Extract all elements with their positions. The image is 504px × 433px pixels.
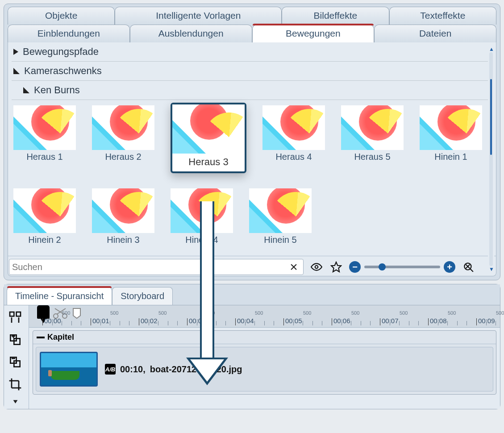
tool-cut-icon[interactable] xyxy=(6,308,25,327)
ruler-label: 00:00 xyxy=(44,317,61,325)
clip-duration: 00:10, xyxy=(120,364,146,375)
svg-marker-1 xyxy=(331,262,341,272)
eye-icon[interactable] xyxy=(310,260,323,274)
ruler-label: 00:02 xyxy=(141,317,158,325)
collapse-icon[interactable] xyxy=(37,337,45,338)
tab-storyboard[interactable]: Storyboard xyxy=(112,287,173,305)
section-label: Ken Burns xyxy=(34,84,80,96)
tab-timeline[interactable]: Timeline - Spuransicht xyxy=(7,287,112,305)
search-toolbar: × − + xyxy=(8,256,496,276)
ruler-sublabel: 500 xyxy=(351,310,359,316)
search-input-wrapper: × xyxy=(9,259,304,275)
zoom-out-button[interactable]: − xyxy=(349,261,361,273)
section-kameraschwenks[interactable]: Kameraschwenks xyxy=(12,62,492,81)
zoom-control: − + xyxy=(349,261,455,273)
tool-add-track-icon[interactable] xyxy=(6,330,25,349)
thumb-label: Hinein 3 xyxy=(92,235,154,245)
timeline-tabs: Timeline - Spuransicht Storyboard xyxy=(4,284,500,305)
thumb-label: Heraus 4 xyxy=(262,152,325,162)
clip-info: A/B 00:10, boat-207129_1920.jpg xyxy=(105,364,242,375)
ruler-sublabel: 500 xyxy=(303,310,311,316)
ruler-label: 00:07 xyxy=(382,317,399,325)
tab-objekte[interactable]: Objekte xyxy=(8,7,115,25)
effects-panel: Objekte Intelligente Vorlagen Bildeffekt… xyxy=(4,4,500,280)
timeline-ruler[interactable]: 00:0050000:0150000:0250000:0350000:04500… xyxy=(29,305,500,328)
chevron-right-icon xyxy=(13,49,18,55)
ruler-label: 00:05 xyxy=(285,317,302,325)
timeline-panel: Timeline - Spuransicht Storyboard xyxy=(4,284,500,409)
thumb-heraus-4[interactable]: Heraus 4 xyxy=(262,105,325,176)
tool-remove-track-icon[interactable] xyxy=(6,353,25,371)
svg-rect-7 xyxy=(17,312,21,316)
tool-crop-icon[interactable] xyxy=(6,375,25,394)
ruler-label: 00:09 xyxy=(478,317,495,325)
chapter-label: Kapitel xyxy=(47,333,74,342)
thumb-label: Heraus 1 xyxy=(13,152,76,162)
thumb-hinein-3[interactable]: Hinein 3 xyxy=(92,188,154,245)
thumb-label: Heraus 5 xyxy=(341,152,404,162)
ruler-label: 00:06 xyxy=(333,317,350,325)
scroll-down-icon[interactable]: ▼ xyxy=(489,266,493,272)
tab-ausblendungen[interactable]: Ausblendungen xyxy=(130,25,252,42)
thumb-heraus-3[interactable]: Heraus 3 xyxy=(171,105,246,176)
tab-texteffekte[interactable]: Texteffekte xyxy=(389,7,496,25)
expand-icon xyxy=(23,87,29,93)
svg-point-0 xyxy=(315,266,318,269)
ruler-sublabel: 500 xyxy=(448,310,456,316)
chapter-header[interactable]: Kapitel xyxy=(33,331,496,344)
ruler-sublabel: 500 xyxy=(62,310,70,316)
tab-einblendungen[interactable]: Einblendungen xyxy=(8,25,130,42)
ruler-label: 00:08 xyxy=(430,317,447,325)
section-bewegungspfade[interactable]: Bewegungspfade xyxy=(12,42,492,62)
ruler-sublabel: 500 xyxy=(110,310,118,316)
ruler-sublabel: 500 xyxy=(255,310,263,316)
vertical-scrollbar[interactable]: ▲ ▼ xyxy=(488,46,494,272)
timeline-main: 00:0050000:0150000:0250000:0350000:04500… xyxy=(29,305,500,409)
tab-dateien[interactable]: Dateien xyxy=(374,25,496,42)
ruler-sublabel: 500 xyxy=(400,310,408,316)
scrollbar-thumb[interactable] xyxy=(490,79,492,155)
ruler-label: 00:01 xyxy=(92,317,109,325)
thumb-label: Hinein 1 xyxy=(420,152,482,162)
zoom-slider-thumb[interactable] xyxy=(379,263,386,271)
thumb-hinein-2[interactable]: Hinein 2 xyxy=(13,188,76,245)
section-label: Bewegungspfade xyxy=(23,46,99,58)
thumb-label: Hinein 4 xyxy=(171,235,233,245)
zoom-slider[interactable] xyxy=(364,266,440,268)
thumb-heraus-1[interactable]: Heraus 1 xyxy=(13,105,76,176)
zoom-in-button[interactable]: + xyxy=(444,261,455,273)
clip-filename: boat-207129_1920.jpg xyxy=(150,364,242,375)
ruler-label: 00:04 xyxy=(237,317,254,325)
section-kenburns[interactable]: Ken Burns xyxy=(12,81,492,100)
tabs-row-1: Objekte Intelligente Vorlagen Bildeffekt… xyxy=(8,7,496,25)
clear-icon[interactable]: × xyxy=(287,260,300,274)
chapter-block: Kapitel A/B 00:10, boat-207129_1920.jpg xyxy=(33,330,496,395)
scroll-up-icon[interactable]: ▲ xyxy=(489,46,493,52)
clip-row[interactable]: A/B 00:10, boat-207129_1920.jpg xyxy=(36,347,493,391)
ruler-label: 00:03 xyxy=(189,317,206,325)
svg-rect-6 xyxy=(10,312,14,316)
ruler-sublabel: 500 xyxy=(158,310,167,316)
tab-vorlagen[interactable]: Intelligente Vorlagen xyxy=(115,7,282,25)
timeline-toolbar xyxy=(4,305,29,409)
thumbnail-grid: Heraus 1 Heraus 2 Heraus 3 Heraus 4 xyxy=(12,100,492,250)
tabs-row-2: Einblendungen Ausblendungen Bewegungen D… xyxy=(8,25,496,42)
star-icon[interactable] xyxy=(329,260,343,274)
zoom-reset-icon[interactable] xyxy=(462,260,475,274)
thumb-hinein-4[interactable]: Hinein 4 xyxy=(171,188,233,245)
search-input[interactable] xyxy=(12,262,287,272)
timeline-body: 00:0050000:0150000:0250000:0350000:04500… xyxy=(4,305,500,409)
thumb-label: Heraus 3 xyxy=(172,156,245,168)
transition-badge-icon: A/B xyxy=(105,364,116,375)
thumb-heraus-5[interactable]: Heraus 5 xyxy=(341,105,404,176)
tab-bewegungen[interactable]: Bewegungen xyxy=(252,25,375,42)
thumb-hinein-5[interactable]: Hinein 5 xyxy=(249,188,312,245)
ruler-sublabel: 500 xyxy=(496,310,504,316)
tab-bildeffekte[interactable]: Bildeffekte xyxy=(282,7,389,25)
clip-thumbnail xyxy=(40,352,98,387)
thumb-heraus-2[interactable]: Heraus 2 xyxy=(92,105,154,176)
thumb-hinein-1[interactable]: Hinein 1 xyxy=(420,105,482,176)
tool-more-icon[interactable] xyxy=(6,397,25,406)
svg-line-3 xyxy=(470,269,473,272)
effects-content: Bewegungspfade Kameraschwenks Ken Burns … xyxy=(8,42,496,276)
